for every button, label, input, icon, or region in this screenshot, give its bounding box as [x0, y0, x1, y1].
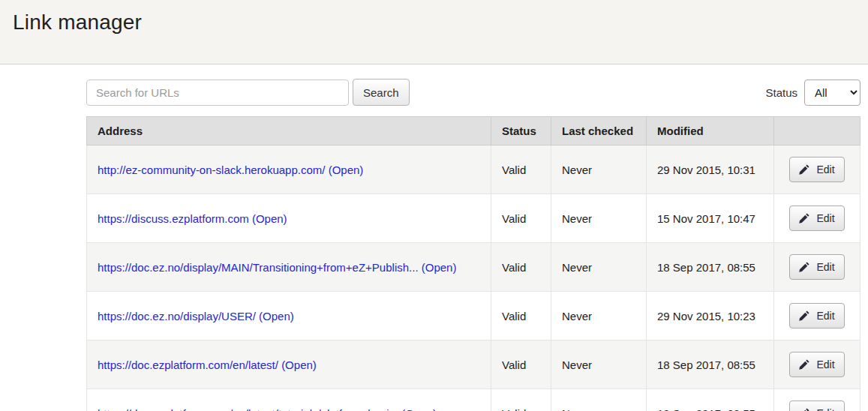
table-row: http://ez-community-on-slack.herokuapp.c…	[87, 146, 860, 194]
last-checked-cell: Never	[551, 389, 647, 411]
status-cell: Valid	[491, 292, 551, 340]
pencil-icon	[799, 262, 809, 272]
url-link[interactable]: https://doc.ez.no/display/USER/	[98, 310, 256, 322]
address-cell: https://doc.ezplatform.com/en/latest/ (O…	[87, 340, 491, 389]
pencil-icon	[799, 359, 809, 370]
table-body: http://ez-community-on-slack.herokuapp.c…	[87, 146, 860, 411]
last-checked-cell: Never	[551, 194, 647, 243]
modified-cell: 15 Nov 2017, 10:47	[647, 194, 774, 243]
address-cell: https://doc.ezplatform.com/en/latest/tut…	[87, 389, 491, 411]
status-filter-select[interactable]: All	[804, 80, 860, 106]
links-table: Address Status Last checked Modified htt…	[86, 116, 860, 411]
edit-button[interactable]: Edit	[789, 254, 844, 280]
column-header-address: Address	[87, 117, 491, 146]
actions-cell: Edit	[774, 243, 860, 292]
modified-cell: 18 Sep 2017, 08:55	[647, 243, 774, 292]
url-link[interactable]: http://ez-community-on-slack.herokuapp.c…	[98, 164, 325, 176]
open-link[interactable]: (Open)	[281, 358, 317, 371]
address-cell: http://ez-community-on-slack.herokuapp.c…	[87, 146, 491, 194]
last-checked-cell: Never	[551, 243, 647, 292]
table-row: https://doc.ezplatform.com/en/latest/ (O…	[87, 340, 860, 389]
edit-button-label: Edit	[816, 310, 834, 322]
url-link[interactable]: https://doc.ezplatform.com/en/latest/tut…	[98, 407, 398, 411]
address-cell: https://doc.ez.no/display/USER/ (Open)	[87, 292, 491, 340]
status-filter: Status All	[765, 80, 860, 106]
content-area: Search Status All Address Status Last ch…	[86, 64, 860, 411]
url-link[interactable]: https://doc.ez.no/display/MAIN/Transitio…	[98, 261, 419, 274]
address-cell: https://doc.ez.no/display/MAIN/Transitio…	[87, 243, 491, 292]
table-row: https://doc.ez.no/display/MAIN/Transitio…	[87, 243, 860, 292]
address-cell: https://discuss.ezplatform.com (Open)	[87, 194, 491, 243]
open-link[interactable]: (Open)	[259, 310, 294, 322]
edit-button[interactable]: Edit	[789, 352, 844, 377]
edit-button-label: Edit	[816, 164, 834, 176]
actions-cell: Edit	[774, 389, 860, 411]
actions-cell: Edit	[774, 292, 860, 340]
search-button[interactable]: Search	[353, 79, 410, 106]
open-link[interactable]: (Open)	[401, 407, 437, 411]
url-link[interactable]: https://discuss.ezplatform.com	[98, 212, 249, 225]
toolbar: Search Status All	[86, 79, 860, 106]
pencil-icon	[799, 164, 809, 175]
edit-button-label: Edit	[816, 358, 834, 370]
actions-cell: Edit	[774, 146, 860, 194]
column-header-status: Status	[491, 117, 551, 146]
modified-cell: 18 Sep 2017, 08:55	[647, 340, 774, 389]
open-link[interactable]: (Open)	[252, 212, 287, 225]
open-link[interactable]: (Open)	[329, 164, 364, 176]
column-header-actions	[774, 117, 860, 146]
last-checked-cell: Never	[551, 292, 647, 340]
modified-cell: 29 Nov 2015, 10:31	[647, 146, 774, 194]
modified-cell: 29 Nov 2015, 10:23	[647, 292, 774, 340]
status-cell: Valid	[491, 194, 551, 243]
last-checked-cell: Never	[551, 340, 647, 389]
open-link[interactable]: (Open)	[422, 261, 457, 274]
status-cell: Valid	[491, 146, 551, 194]
url-link[interactable]: https://doc.ezplatform.com/en/latest/	[98, 358, 278, 371]
pencil-icon	[799, 213, 809, 224]
table-row: https://discuss.ezplatform.com (Open) Va…	[87, 194, 860, 243]
edit-button[interactable]: Edit	[789, 400, 844, 411]
edit-button-label: Edit	[816, 261, 834, 273]
edit-button-label: Edit	[816, 212, 834, 224]
status-cell: Valid	[491, 389, 551, 411]
edit-button-label: Edit	[816, 407, 834, 411]
page-title: Link manager	[13, 10, 853, 34]
status-cell: Valid	[491, 340, 551, 389]
edit-button[interactable]: Edit	[789, 206, 844, 231]
table-row: https://doc.ez.no/display/USER/ (Open) V…	[87, 292, 860, 340]
status-cell: Valid	[491, 243, 551, 292]
actions-cell: Edit	[774, 194, 860, 243]
search-input[interactable]	[86, 80, 349, 106]
actions-cell: Edit	[774, 340, 860, 389]
pencil-icon	[799, 408, 809, 411]
modified-cell: 18 Sep 2017, 08:55	[647, 389, 774, 411]
edit-button[interactable]: Edit	[789, 157, 844, 182]
column-header-modified: Modified	[647, 117, 774, 146]
table-row: https://doc.ezplatform.com/en/latest/tut…	[87, 389, 860, 411]
edit-button[interactable]: Edit	[789, 303, 844, 328]
status-filter-label: Status	[765, 86, 797, 99]
last-checked-cell: Never	[551, 146, 647, 194]
column-header-last-checked: Last checked	[551, 117, 647, 146]
links-table-header: Address Status Last checked Modified	[87, 117, 860, 146]
page-header: Link manager	[0, 0, 868, 64]
pencil-icon	[799, 310, 809, 321]
